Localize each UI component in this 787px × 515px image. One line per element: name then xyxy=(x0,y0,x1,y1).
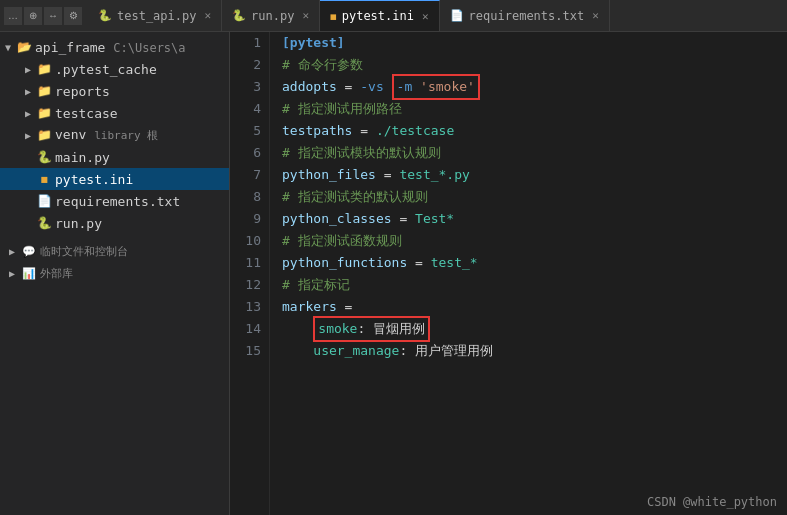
code-section-bracket: [pytest] xyxy=(282,32,345,54)
tab-pytest-ini-close[interactable]: ✕ xyxy=(422,10,429,23)
pytest-ini-icon: ◼ xyxy=(36,172,52,186)
venv-label: venv library 根 xyxy=(55,127,158,143)
venv-folder-icon: 📁 xyxy=(36,128,52,142)
code-vs-flag: -vs xyxy=(360,76,383,98)
line-num-4: 4 xyxy=(230,98,261,120)
tab-requirements-close[interactable]: ✕ xyxy=(592,9,599,22)
code-key-python-files: python_files xyxy=(282,164,376,186)
code-indent-15 xyxy=(282,340,313,362)
pytest-cache-folder-icon: 📁 xyxy=(36,62,52,76)
code-line-2: # 命令行参数 xyxy=(282,54,787,76)
sidebar-section-external[interactable]: ▶ 📊 外部库 xyxy=(0,262,229,284)
sidebar-item-pytest-cache[interactable]: ▶ 📁 .pytest_cache xyxy=(0,58,229,80)
editor: 1 2 3 4 5 6 7 8 9 10 11 12 13 14 15 [pyt… xyxy=(230,32,787,515)
run-py-icon: 🐍 xyxy=(36,216,52,230)
line-num-1: 1 xyxy=(230,32,261,54)
tab-test-api[interactable]: 🐍 test_api.py ✕ xyxy=(88,0,222,31)
project-name: api_frame C:\Users\a xyxy=(35,40,186,55)
code-line-8: # 指定测试类的默认规则 xyxy=(282,186,787,208)
code-python-files-value: test_*.py xyxy=(399,164,469,186)
temp-section-icon: 💬 xyxy=(22,245,36,258)
run-py-label: run.py xyxy=(55,216,102,231)
tab-pytest-ini[interactable]: ◼ pytest.ini ✕ xyxy=(320,0,440,31)
code-line-13: markers = xyxy=(282,296,787,318)
tab-run[interactable]: 🐍 run.py ✕ xyxy=(222,0,320,31)
sidebar-section-temp[interactable]: ▶ 💬 临时文件和控制台 xyxy=(0,240,229,262)
code-line-6: # 指定测试模块的默认规则 xyxy=(282,142,787,164)
main-py-icon: 🐍 xyxy=(36,150,52,164)
tab-requirements[interactable]: 📄 requirements.txt ✕ xyxy=(440,0,610,31)
tab-ctrl-nav[interactable]: ↔ xyxy=(44,7,62,25)
requirements-txt-icon: 📄 xyxy=(36,194,52,208)
code-equals-3: = xyxy=(337,76,360,98)
tab-run-label: run.py xyxy=(251,9,294,23)
code-equals-11: = xyxy=(407,252,430,274)
pytest-ini-label: pytest.ini xyxy=(55,172,133,187)
code-line-12: # 指定标记 xyxy=(282,274,787,296)
code-equals-7: = xyxy=(376,164,399,186)
code-equals-5: = xyxy=(352,120,375,142)
line-num-11: 11 xyxy=(230,252,261,274)
sidebar: ▼ 📂 api_frame C:\Users\a ▶ 📁 .pytest_cac… xyxy=(0,32,230,515)
reports-arrow: ▶ xyxy=(20,86,36,97)
code-line-11: python_functions = test_* xyxy=(282,252,787,274)
code-key-python-functions: python_functions xyxy=(282,252,407,274)
tabs: 🐍 test_api.py ✕ 🐍 run.py ✕ ◼ pytest.ini … xyxy=(88,0,610,31)
code-smoke-marker-desc: 冒烟用例 xyxy=(373,318,425,340)
code-python-functions-value: test_* xyxy=(431,252,478,274)
code-user-manage-key: user_manage xyxy=(313,340,399,362)
tab-py-icon: 🐍 xyxy=(98,9,112,22)
tab-txt-icon: 📄 xyxy=(450,9,464,22)
tab-ctrl-add[interactable]: ⊕ xyxy=(24,7,42,25)
venv-arrow: ▶ xyxy=(20,130,36,141)
tab-requirements-label: requirements.txt xyxy=(469,9,585,23)
main-py-label: main.py xyxy=(55,150,110,165)
tab-test-api-close[interactable]: ✕ xyxy=(204,9,211,22)
tab-ctrl-dots[interactable]: … xyxy=(4,7,22,25)
code-equals-13: = xyxy=(337,296,353,318)
code-key-addopts: addopts xyxy=(282,76,337,98)
line-numbers: 1 2 3 4 5 6 7 8 9 10 11 12 13 14 15 xyxy=(230,32,270,515)
project-root[interactable]: ▼ 📂 api_frame C:\Users\a xyxy=(0,36,229,58)
sidebar-item-main-py[interactable]: 🐍 main.py xyxy=(0,146,229,168)
tab-ini-icon: ◼ xyxy=(330,10,337,23)
tab-bar: … ⊕ ↔ ⚙ 🐍 test_api.py ✕ 🐍 run.py ✕ ◼ pyt… xyxy=(0,0,787,32)
code-highlight-smoke-marker: smoke : 冒烟用例 xyxy=(313,316,430,342)
temp-section-arrow: ▶ xyxy=(4,246,20,257)
code-line-7: python_files = test_*.py xyxy=(282,164,787,186)
sidebar-item-requirements-txt[interactable]: 📄 requirements.txt xyxy=(0,190,229,212)
external-section-arrow: ▶ xyxy=(4,268,20,279)
code-m-flag: -m xyxy=(397,76,413,98)
line-num-15: 15 xyxy=(230,340,261,362)
code-colon-15: : xyxy=(399,340,415,362)
tab-pytest-ini-label: pytest.ini xyxy=(342,9,414,23)
pytest-cache-arrow: ▶ xyxy=(20,64,36,75)
tab-controls: … ⊕ ↔ ⚙ xyxy=(4,7,82,25)
sidebar-item-pytest-ini[interactable]: ◼ pytest.ini xyxy=(0,168,229,190)
code-user-manage-desc: 用户管理用例 xyxy=(415,340,493,362)
tab-ctrl-gear[interactable]: ⚙ xyxy=(64,7,82,25)
code-line-15: user_manage : 用户管理用例 xyxy=(282,340,787,362)
code-space-m xyxy=(412,76,420,98)
line-num-8: 8 xyxy=(230,186,261,208)
code-comment-4: # 指定测试用例路径 xyxy=(282,98,402,120)
tab-run-close[interactable]: ✕ xyxy=(302,9,309,22)
code-line-4: # 指定测试用例路径 xyxy=(282,98,787,120)
code-testpaths-value: ./testcase xyxy=(376,120,454,142)
sidebar-item-testcase[interactable]: ▶ 📁 testcase xyxy=(0,102,229,124)
temp-section-label: 临时文件和控制台 xyxy=(40,244,128,259)
code-comment-10: # 指定测试函数规则 xyxy=(282,230,402,252)
sidebar-item-run-py[interactable]: 🐍 run.py xyxy=(0,212,229,234)
line-num-7: 7 xyxy=(230,164,261,186)
sidebar-item-reports[interactable]: ▶ 📁 reports xyxy=(0,80,229,102)
sidebar-item-venv[interactable]: ▶ 📁 venv library 根 xyxy=(0,124,229,146)
code-comment-2: # 命令行参数 xyxy=(282,54,363,76)
pytest-cache-label: .pytest_cache xyxy=(55,62,157,77)
code-highlight-smoke: -m 'smoke' xyxy=(392,74,480,100)
main-area: ▼ 📂 api_frame C:\Users\a ▶ 📁 .pytest_cac… xyxy=(0,32,787,515)
editor-content[interactable]: 1 2 3 4 5 6 7 8 9 10 11 12 13 14 15 [pyt… xyxy=(230,32,787,515)
line-num-13: 13 xyxy=(230,296,261,318)
code-smoke-value: 'smoke' xyxy=(420,76,475,98)
reports-label: reports xyxy=(55,84,110,99)
code-area[interactable]: [pytest] # 命令行参数 addopts = -vs -m 'smoke… xyxy=(270,32,787,515)
